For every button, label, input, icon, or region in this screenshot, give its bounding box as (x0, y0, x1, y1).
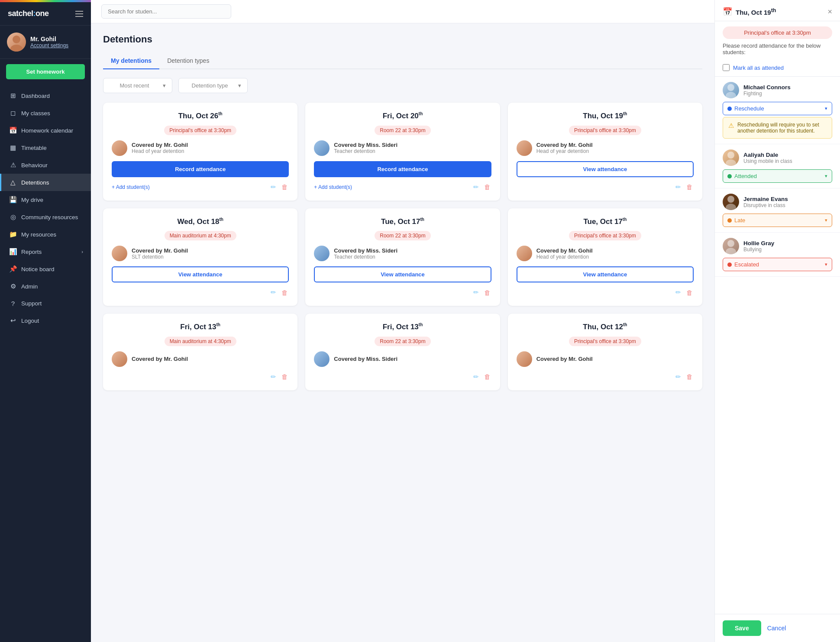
close-panel-button[interactable]: × (827, 7, 832, 16)
cancel-button[interactable]: Cancel (767, 625, 786, 632)
sidebar-item-logout[interactable]: ↩ Logout (0, 312, 91, 329)
student-avatar (723, 238, 739, 254)
edit-card-button[interactable]: ✏ (675, 288, 682, 297)
detention-type: Head of year detention (536, 148, 593, 154)
sidebar-item-support[interactable]: ? Support (0, 295, 91, 312)
teacher-details: Covered by Mr. Gohil Head of year detent… (536, 142, 593, 154)
tabs: My detentions Detention types (103, 53, 702, 69)
status-dropdown[interactable]: Reschedule ▾ (723, 102, 832, 115)
sidebar-item-my-drive[interactable]: 💾 My drive (0, 191, 91, 208)
save-button[interactable]: Save (723, 620, 761, 636)
account-settings-link[interactable]: Account settings (30, 42, 68, 49)
student-name: Michael Connors (743, 84, 791, 91)
edit-card-button[interactable]: ✏ (472, 288, 480, 297)
student-details: Michael Connors Fighting (743, 84, 791, 97)
card-date: Fri, Oct 13th (112, 322, 289, 331)
edit-card-button[interactable]: ✏ (472, 182, 480, 192)
sidebar-item-admin[interactable]: ⚙ Admin (0, 278, 91, 295)
sidebar-item-timetable[interactable]: ▦ Timetable (0, 139, 91, 156)
teacher-details: Covered by Mr. Gohil Head of year detent… (132, 142, 188, 154)
status-label: Attended (734, 173, 757, 179)
view-attendance-button[interactable]: View attendance (112, 266, 289, 282)
card-location: Principal's office at 3:30pm (164, 126, 236, 135)
logout-icon: ↩ (9, 317, 17, 324)
panel-title: 📅 Thu, Oct 19th (723, 7, 776, 16)
student-avatar (723, 82, 739, 98)
edit-card-button[interactable]: ✏ (675, 182, 682, 192)
student-avatar (723, 149, 739, 166)
edit-card-button[interactable]: ✏ (270, 288, 277, 297)
sidebar-item-my-classes[interactable]: ◻ My classes (0, 104, 91, 122)
detention-type: SLT detention (132, 254, 188, 260)
delete-card-button[interactable]: 🗑 (685, 372, 694, 382)
teacher-details: Covered by Mr. Gohil (536, 356, 593, 362)
sidebar-item-label: Community resources (21, 214, 78, 220)
teacher-details: Covered by Mr. Gohil SLT detention (132, 247, 188, 260)
delete-card-button[interactable]: 🗑 (281, 372, 289, 382)
sidebar-item-homework-calendar[interactable]: 📅 Homework calendar (0, 122, 91, 139)
sidebar-item-community-resources[interactable]: ◎ Community resources (0, 208, 91, 226)
record-attendance-button[interactable]: Record attendance (112, 161, 289, 177)
sort-filter[interactable]: Most recent ▾ (103, 78, 172, 93)
view-attendance-button[interactable]: View attendance (517, 266, 694, 282)
student-details: Hollie Gray Bullying (743, 240, 774, 253)
svg-point-4 (727, 152, 734, 159)
hamburger-menu-icon[interactable] (75, 11, 83, 17)
card-actions: ✏ 🗑 (472, 372, 491, 382)
teacher-details: Covered by Miss. Sideri (334, 356, 397, 362)
view-attendance-button[interactable]: View attendance (517, 161, 694, 177)
tab-detention-types[interactable]: Detention types (159, 53, 217, 69)
mark-all-checkbox[interactable] (723, 64, 730, 71)
logo-colon: : (33, 9, 36, 18)
reschedule-warning: ⚠ Rescheduling will require you to set a… (723, 117, 832, 139)
edit-card-button[interactable]: ✏ (270, 372, 277, 382)
main-content: Detentions My detentions Detention types… (91, 0, 714, 642)
search-input[interactable] (101, 4, 231, 19)
svg-point-3 (726, 92, 736, 98)
edit-card-button[interactable]: ✏ (472, 372, 480, 382)
card-date: Fri, Oct 13th (314, 322, 491, 331)
card-actions: ✏ 🗑 (472, 182, 491, 192)
add-student-link[interactable]: + Add student(s) (112, 184, 150, 190)
teacher-details: Covered by Miss. Sideri Teacher detentio… (334, 142, 397, 154)
view-attendance-button[interactable]: View attendance (314, 266, 491, 282)
type-filter[interactable]: Detention type ▾ (178, 78, 248, 93)
sidebar-item-label: Homework calendar (21, 127, 73, 134)
status-dropdown[interactable]: Late ▾ (723, 214, 832, 227)
mark-all-label[interactable]: Mark all as attended (733, 65, 784, 71)
delete-card-button[interactable]: 🗑 (483, 182, 491, 192)
delete-card-button[interactable]: 🗑 (483, 288, 491, 297)
status-dot (727, 263, 732, 267)
card-footer: ✏ 🗑 (517, 372, 694, 382)
status-label: Late (734, 217, 745, 224)
sidebar-item-label: My classes (21, 110, 50, 117)
status-dropdown[interactable]: Escalated ▾ (723, 258, 832, 271)
panel-footer: Save Cancel (715, 614, 840, 642)
delete-card-button[interactable]: 🗑 (483, 372, 491, 382)
card-footer: ✏ 🗑 (112, 372, 289, 382)
status-dropdown[interactable]: Attended ▾ (723, 169, 832, 183)
sidebar-item-behaviour[interactable]: ⚠ Behaviour (0, 156, 91, 174)
add-student-link[interactable]: + Add student(s) (314, 184, 352, 190)
edit-card-button[interactable]: ✏ (270, 182, 277, 192)
sidebar-item-dashboard[interactable]: ⊞ Dashboard (0, 87, 91, 104)
delete-card-button[interactable]: 🗑 (281, 182, 289, 192)
record-attendance-button[interactable]: Record attendance (314, 161, 491, 177)
teacher-avatar (517, 140, 532, 156)
calendar-icon: 📅 (723, 7, 732, 16)
delete-card-button[interactable]: 🗑 (685, 182, 694, 192)
student-entry: Michael Connors Fighting Reschedule ▾ ⚠ … (715, 77, 840, 144)
sort-filter-label: Most recent (120, 82, 149, 89)
set-homework-button[interactable]: Set homework (6, 64, 85, 79)
sidebar-item-label: Behaviour (21, 162, 48, 169)
edit-card-button[interactable]: ✏ (675, 372, 682, 382)
teacher-info: Covered by Mr. Gohil Head of year detent… (517, 140, 694, 156)
sidebar-item-my-resources[interactable]: 📁 My resources (0, 226, 91, 243)
sidebar-item-notice-board[interactable]: 📌 Notice board (0, 260, 91, 278)
sidebar-item-reports[interactable]: 📊 Reports › (0, 243, 91, 260)
sidebar-item-label: Timetable (21, 145, 47, 151)
delete-card-button[interactable]: 🗑 (281, 288, 289, 297)
delete-card-button[interactable]: 🗑 (685, 288, 694, 297)
sidebar-item-detentions[interactable]: △ Detentions (0, 174, 91, 191)
tab-my-detentions[interactable]: My detentions (103, 53, 159, 69)
